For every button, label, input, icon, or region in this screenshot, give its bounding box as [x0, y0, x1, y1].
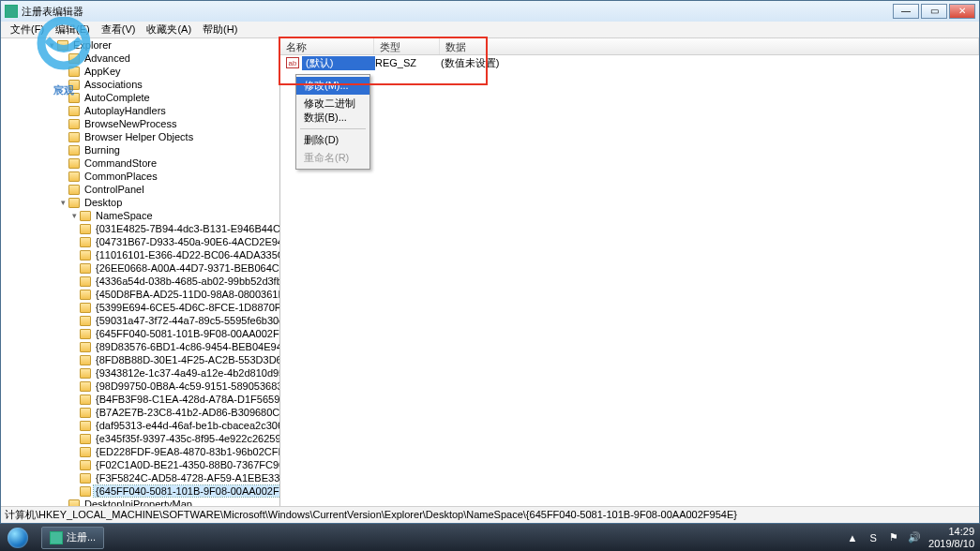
list-body[interactable]: ab (默认) REG_SZ (数值未设置) 修改(M)... 修改二进制数据(…	[280, 55, 979, 506]
tree-item[interactable]: {89D83576-6BD1-4c86-9454-BEB04E94C819}	[1, 340, 279, 353]
tree-item[interactable]: CommandStore	[1, 156, 279, 170]
tree-item[interactable]: {F3F5824C-AD58-4728-AF59-A1EBE3392799}	[1, 471, 279, 484]
folder-icon	[80, 237, 91, 247]
tree-item[interactable]: {645FF040-5081-101B-9F08-00AA002F954E}	[1, 484, 279, 498]
tree-item[interactable]: DesktopIniPropertyMap	[1, 498, 279, 506]
taskbar-item-regedit[interactable]: 注册...	[41, 527, 104, 549]
folder-icon	[80, 290, 91, 300]
folder-icon	[57, 40, 68, 51]
menu-favorites[interactable]: 收藏夹(A)	[141, 22, 197, 37]
taskbar[interactable]: 注册... ▲ S ⚑ 🔊 14:29 2019/8/10	[0, 524, 980, 551]
folder-icon	[80, 381, 91, 392]
tree-item[interactable]: ▾NameSpace	[1, 209, 279, 222]
tray-up-icon[interactable]: ▲	[846, 531, 859, 544]
ctx-modify[interactable]: 修改(M)...	[296, 77, 369, 95]
menu-edit[interactable]: 编辑(E)	[50, 22, 96, 37]
col-name[interactable]: 名称	[280, 38, 374, 54]
tree-label: {F02C1A0D-BE21-4350-88B0-7367FC96EF3C}	[94, 459, 280, 470]
tree-label: AutoplayHandlers	[83, 105, 168, 116]
tree-item[interactable]: {98D99750-0B8A-4c59-9151-589053683D73}	[1, 380, 279, 393]
tree-item[interactable]: {450D8FBA-AD25-11D0-98A8-0800361B1103}	[1, 288, 279, 301]
tree-label: {645FF040-5081-101B-9F08-00AA002F954E}	[94, 485, 280, 497]
folder-icon	[68, 80, 80, 90]
tree-item[interactable]: ControlPanel	[1, 183, 279, 196]
folder-icon	[80, 316, 91, 326]
tray-ime-icon[interactable]: S	[867, 531, 880, 544]
folder-icon	[68, 499, 80, 507]
tree-item[interactable]: ▾Explorer	[1, 38, 279, 52]
folder-icon	[80, 460, 91, 470]
tray-volume-icon[interactable]: 🔊	[908, 531, 921, 544]
close-button[interactable]: ✕	[949, 4, 975, 19]
registry-tree[interactable]: ▾ExplorerAdvancedAppKeyAssociationsAutoC…	[1, 38, 280, 506]
maximize-button[interactable]: ▭	[921, 4, 947, 19]
tree-item[interactable]: AutoplayHandlers	[1, 104, 279, 117]
tree-item[interactable]: {4336a54d-038b-4685-ab02-99bb52d3fb8b}	[1, 275, 279, 288]
system-tray[interactable]: ▲ S ⚑ 🔊 14:29 2019/8/10	[840, 526, 980, 548]
col-data[interactable]: 数据	[440, 38, 979, 54]
tree-label: {4336a54d-038b-4685-ab02-99bb52d3fb8b}	[94, 276, 280, 287]
ctx-delete[interactable]: 删除(D)	[296, 131, 369, 149]
app-icon	[5, 5, 18, 18]
tray-flag-icon[interactable]: ⚑	[887, 531, 900, 544]
minimize-button[interactable]: —	[893, 4, 919, 19]
menu-file[interactable]: 文件(F)	[5, 22, 50, 37]
folder-icon	[80, 408, 91, 418]
tree-item[interactable]: {daf95313-e44d-46af-be1b-cbacea2c3065}	[1, 419, 279, 432]
tree-item[interactable]: {B4FB3F98-C1EA-428d-A78A-D1F5659CBA93}	[1, 393, 279, 406]
tree-item[interactable]: AutoComplete	[1, 91, 279, 104]
menu-help[interactable]: 帮助(H)	[197, 22, 243, 37]
folder-icon	[80, 224, 91, 234]
task-app-icon	[50, 531, 63, 544]
tree-twisty-icon[interactable]: ▾	[46, 40, 57, 50]
ctx-modify-binary[interactable]: 修改二进制数据(B)...	[296, 95, 369, 127]
tree-twisty-icon[interactable]: ▾	[68, 211, 80, 220]
list-header[interactable]: 名称 类型 数据	[280, 38, 979, 55]
folder-icon	[80, 395, 91, 405]
tree-item[interactable]: {645FF040-5081-101B-9F08-00AA002F954E}	[1, 327, 279, 340]
tree-label: AppKey	[83, 66, 123, 77]
tree-item[interactable]: {F02C1A0D-BE21-4350-88B0-7367FC96EF3C}	[1, 458, 279, 471]
tree-item[interactable]: Advanced	[1, 52, 279, 65]
start-orb-icon	[8, 528, 28, 548]
tree-item[interactable]: CommonPlaces	[1, 170, 279, 183]
tree-item[interactable]: {ED228FDF-9EA8-4870-83b1-96b02CFF0D52}	[1, 445, 279, 458]
tree-item[interactable]: AppKey	[1, 65, 279, 78]
folder-icon	[68, 158, 80, 169]
start-button[interactable]	[0, 524, 36, 551]
tree-label: {B4FB3F98-C1EA-428d-A78A-D1F5659CBA93}	[94, 394, 280, 405]
status-path: 计算机\HKEY_LOCAL_MACHINE\SOFTWARE\Microsof…	[5, 508, 737, 522]
menu-view[interactable]: 查看(V)	[96, 22, 142, 37]
col-type[interactable]: 类型	[374, 38, 440, 54]
clock-time: 14:29	[928, 526, 974, 537]
value-name[interactable]: (默认)	[302, 56, 375, 70]
tree-item[interactable]: {26EE0668-A00A-44D7-9371-BEB064C98683}	[1, 261, 279, 275]
tree-twisty-icon[interactable]: ▾	[57, 198, 68, 207]
tree-item[interactable]: {8FD8B88D-30E1-4F25-AC2B-553D3D65F0EA}	[1, 353, 279, 366]
folder-icon	[80, 211, 91, 221]
tree-item[interactable]: {031E4825-7B94-4dc3-B131-E946B44C8DD5}	[1, 222, 279, 235]
tree-item[interactable]: {11016101-E366-4D22-BC06-4ADA335C892B}	[1, 248, 279, 261]
tree-item[interactable]: {9343812e-1c37-4a49-a12e-4b2d810d956b}	[1, 366, 279, 380]
ctx-separator	[300, 128, 366, 129]
tree-item[interactable]: {B7A2E7B-23C8-41b2-AD86-B309680C67E}	[1, 406, 279, 419]
tree-item[interactable]: {5399E694-6CE5-4D6C-8FCE-1D8870FDCBA0}	[1, 301, 279, 314]
titlebar[interactable]: 注册表编辑器 — ▭ ✕	[1, 1, 979, 22]
folder-icon	[68, 67, 80, 77]
task-label: 注册...	[67, 530, 96, 544]
taskbar-clock[interactable]: 14:29 2019/8/10	[928, 526, 974, 548]
tree-item[interactable]: {04731B67-D933-450a-90E6-4ACD2E9408FE}	[1, 235, 279, 248]
tree-item[interactable]: Associations	[1, 78, 279, 91]
tree-item[interactable]: ▾Desktop	[1, 196, 279, 209]
tree-label: {031E4825-7B94-4dc3-B131-E946B44C8DD5}	[94, 223, 280, 234]
tree-item[interactable]: BrowseNewProcess	[1, 117, 279, 130]
tree-item[interactable]: {e345f35f-9397-435c-8f95-4e922c26259e}	[1, 432, 279, 445]
tree-item[interactable]: {59031a47-3f72-44a7-89c5-5595fe6b30ee}	[1, 314, 279, 327]
tree-label: BrowseNewProcess	[83, 118, 178, 129]
tree-item[interactable]: Browser Helper Objects	[1, 130, 279, 143]
folder-icon	[80, 250, 91, 261]
tree-item[interactable]: Burning	[1, 143, 279, 156]
list-row[interactable]: ab (默认) REG_SZ (数值未设置)	[280, 55, 979, 70]
tree-label: Explorer	[71, 39, 113, 51]
tree-label: {450D8FBA-AD25-11D0-98A8-0800361B1103}	[94, 289, 280, 300]
